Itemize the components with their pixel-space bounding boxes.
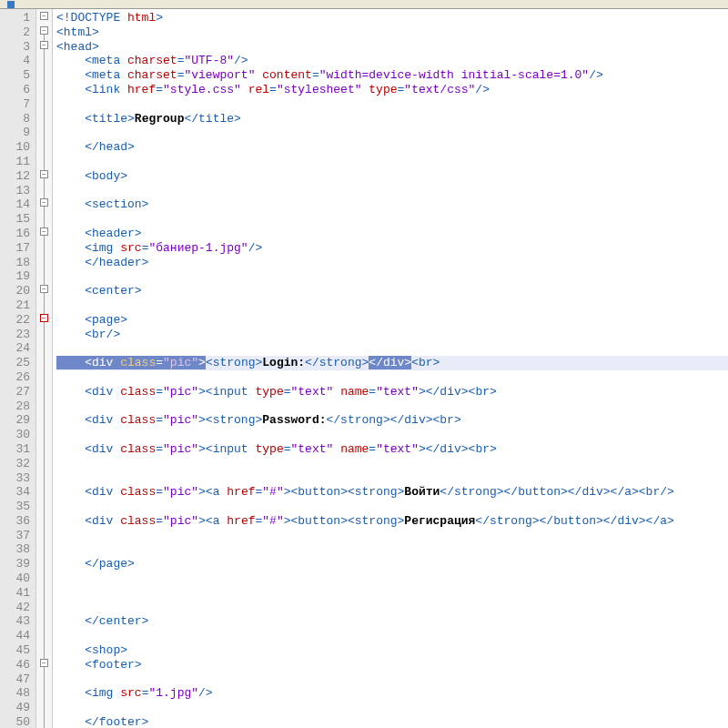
- code-line[interactable]: <body>: [56, 169, 728, 184]
- code-line[interactable]: <div class="pic"><strong>Password:</stro…: [56, 413, 728, 428]
- line-number: 18: [0, 256, 30, 270]
- line-number: 2: [0, 25, 30, 40]
- line-number: 44: [0, 629, 30, 643]
- line-number: 16: [0, 227, 30, 241]
- line-number: 25: [0, 356, 30, 370]
- code-line[interactable]: [56, 155, 728, 169]
- code-line[interactable]: [56, 184, 728, 198]
- code-line[interactable]: <header>: [56, 227, 728, 241]
- code-line[interactable]: </head>: [56, 140, 728, 155]
- line-number: 20: [0, 284, 30, 298]
- code-line[interactable]: [56, 529, 728, 543]
- code-line[interactable]: [56, 500, 728, 514]
- line-number: 50: [0, 715, 30, 728]
- code-line[interactable]: <div class="pic"><input type="text" name…: [56, 442, 728, 457]
- line-number: 39: [0, 557, 30, 571]
- code-line[interactable]: [56, 298, 728, 313]
- tab-bar[interactable]: [0, 0, 728, 9]
- code-line[interactable]: <shop>: [56, 643, 728, 658]
- code-line[interactable]: [56, 341, 728, 356]
- code-line[interactable]: [56, 542, 728, 557]
- fold-toggle[interactable]: −: [40, 228, 48, 236]
- code-line[interactable]: [56, 629, 728, 643]
- line-number: 40: [0, 571, 30, 586]
- line-number: 11: [0, 155, 30, 169]
- code-line[interactable]: [56, 571, 728, 586]
- code-line[interactable]: <meta charset="UTF-8"/>: [56, 54, 728, 68]
- fold-toggle[interactable]: −: [40, 314, 48, 322]
- line-number: 48: [0, 686, 30, 701]
- line-number: 1: [0, 11, 30, 25]
- line-number: 7: [0, 97, 30, 112]
- code-line[interactable]: <div class="pic"><a href="#"><button><st…: [56, 485, 728, 500]
- fold-toggle[interactable]: −: [40, 198, 48, 207]
- line-number: 10: [0, 140, 30, 155]
- line-number: 29: [0, 413, 30, 428]
- code-line[interactable]: [56, 701, 728, 715]
- code-line[interactable]: </header>: [56, 256, 728, 270]
- line-number: 14: [0, 197, 30, 212]
- code-line[interactable]: <div class="pic"><input type="text" name…: [56, 385, 728, 399]
- code-line[interactable]: [56, 457, 728, 471]
- code-line[interactable]: </center>: [56, 614, 728, 629]
- line-number: 37: [0, 529, 30, 543]
- code-line[interactable]: [56, 269, 728, 284]
- line-number: 47: [0, 672, 30, 687]
- code-line[interactable]: [56, 370, 728, 385]
- code-line[interactable]: [56, 212, 728, 227]
- code-line[interactable]: <html>: [56, 25, 728, 40]
- code-line[interactable]: <head>: [56, 40, 728, 55]
- line-number: 35: [0, 500, 30, 514]
- line-number: 5: [0, 68, 30, 83]
- code-line[interactable]: </page>: [56, 557, 728, 571]
- code-line[interactable]: </footer>: [56, 715, 728, 728]
- code-line[interactable]: <div class="pic"><strong>Login:</strong>…: [56, 356, 728, 370]
- fold-toggle[interactable]: −: [40, 659, 48, 667]
- code-line[interactable]: <center>: [56, 284, 728, 298]
- code-line[interactable]: [56, 126, 728, 140]
- fold-toggle[interactable]: −: [40, 41, 48, 49]
- line-number: 3: [0, 40, 30, 55]
- fold-toggle[interactable]: −: [40, 170, 48, 178]
- code-line[interactable]: [56, 97, 728, 112]
- line-number: 8: [0, 112, 30, 126]
- code-line[interactable]: <page>: [56, 313, 728, 328]
- fold-toggle[interactable]: −: [40, 285, 48, 293]
- code-line[interactable]: <div class="pic"><a href="#"><button><st…: [56, 514, 728, 529]
- line-number: 17: [0, 241, 30, 256]
- code-area[interactable]: <!DOCTYPE html><html><head> <meta charse…: [53, 9, 728, 728]
- line-number: 26: [0, 370, 30, 385]
- code-line[interactable]: [56, 672, 728, 687]
- line-number: 30: [0, 428, 30, 442]
- code-line[interactable]: <br/>: [56, 328, 728, 342]
- line-number: 28: [0, 399, 30, 414]
- line-number: 6: [0, 83, 30, 97]
- line-number: 9: [0, 126, 30, 140]
- line-number: 34: [0, 485, 30, 500]
- fold-toggle[interactable]: −: [40, 26, 48, 35]
- code-line[interactable]: <footer>: [56, 658, 728, 672]
- line-number: 21: [0, 298, 30, 313]
- line-number: 19: [0, 269, 30, 284]
- code-line[interactable]: <img src="1.jpg"/>: [56, 686, 728, 701]
- code-line[interactable]: [56, 601, 728, 615]
- code-line[interactable]: [56, 586, 728, 601]
- fold-gutter[interactable]: −−−−−−−−−: [36, 9, 53, 728]
- line-number: 43: [0, 614, 30, 629]
- line-number: 27: [0, 385, 30, 399]
- code-editor[interactable]: 1234567891011121314151617181920212223242…: [0, 9, 728, 728]
- code-line[interactable]: <!DOCTYPE html>: [56, 11, 728, 25]
- code-line[interactable]: <meta charset="viewport" content="width=…: [56, 68, 728, 83]
- line-number: 4: [0, 54, 30, 68]
- file-icon: [7, 1, 15, 8]
- code-line[interactable]: [56, 428, 728, 442]
- code-line[interactable]: <img src="бaниер-1.jpg"/>: [56, 241, 728, 256]
- code-line[interactable]: [56, 399, 728, 414]
- line-number: 15: [0, 212, 30, 227]
- code-line[interactable]: <link href="style.css" rel="stylesheet" …: [56, 83, 728, 97]
- fold-toggle[interactable]: −: [40, 12, 48, 20]
- code-line[interactable]: <section>: [56, 197, 728, 212]
- code-line[interactable]: [56, 471, 728, 486]
- line-number: 38: [0, 542, 30, 557]
- code-line[interactable]: <title>Regroup</title>: [56, 112, 728, 126]
